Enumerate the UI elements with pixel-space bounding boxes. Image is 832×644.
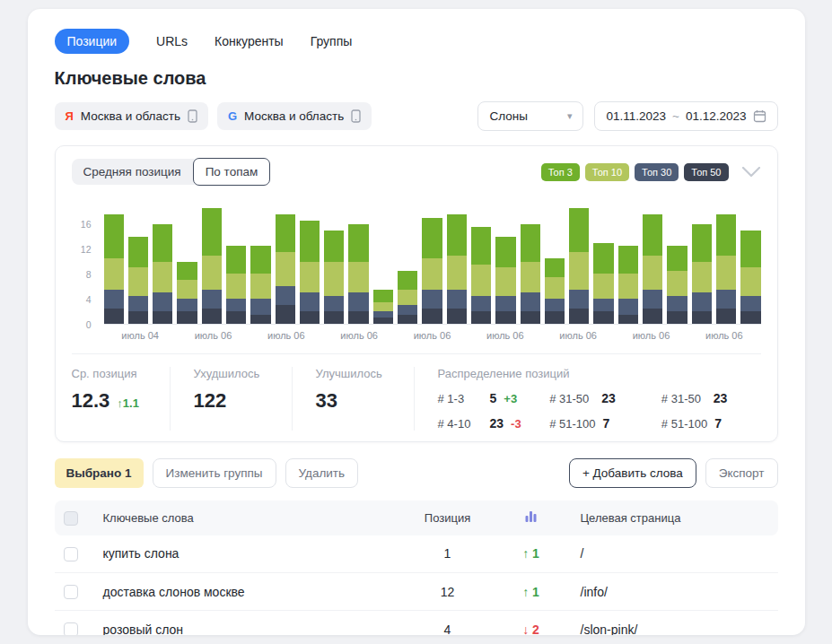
chart-bar[interactable] [324, 199, 344, 324]
date-from: 01.11.2023 [606, 109, 666, 123]
bar-segment [740, 296, 760, 311]
bar-chart-icon[interactable] [491, 500, 572, 535]
worsened-value: 122 [194, 389, 227, 413]
caret-down-icon: ▾ [567, 110, 573, 122]
yandex-region-filter[interactable]: Я Москва и область [55, 102, 208, 130]
target-page-cell[interactable]: / [572, 535, 778, 571]
tab-2[interactable]: Конкуренты [215, 29, 284, 54]
bar-segment [250, 299, 270, 314]
bar-segment [202, 290, 222, 309]
edit-groups-button[interactable]: Изменить группы [153, 458, 276, 488]
bar-segment [177, 311, 197, 324]
tab-1[interactable]: URLs [156, 29, 188, 54]
avg-position-label: Ср. позиция [72, 367, 146, 380]
tab-3[interactable]: Группы [311, 29, 353, 54]
chart-mode-1[interactable]: По топам [193, 158, 271, 186]
stats-row: Ср. позиция 12.3 ↑1.1 Ухудшилось 122 Улу… [72, 353, 761, 431]
export-button[interactable]: Экспорт [705, 458, 778, 488]
bar-segment [495, 296, 515, 311]
keyword-cell[interactable]: розовый слон [94, 612, 405, 635]
bar-segment [569, 309, 589, 324]
target-page-cell[interactable]: /slon-pink/ [572, 612, 778, 635]
col-position[interactable]: Позиция [405, 501, 491, 535]
row-checkbox-cell [55, 573, 94, 610]
chart-bar[interactable] [471, 199, 491, 324]
row-checkbox[interactable] [64, 585, 78, 599]
bar-segment [250, 246, 270, 274]
legend-badge[interactable]: Топ 30 [635, 163, 679, 181]
bar-segment [545, 299, 565, 311]
chart-bar[interactable] [226, 199, 246, 324]
chart-bar[interactable] [177, 199, 197, 324]
row-checkbox[interactable] [64, 547, 78, 561]
bar-segment [643, 309, 662, 324]
target-page-cell[interactable]: /info/ [572, 574, 778, 610]
stacked-bar-chart: 0481216 [72, 199, 761, 325]
chart-bar[interactable] [618, 199, 638, 324]
chart-bar[interactable] [593, 199, 613, 324]
col-target-page[interactable]: Целевая страница [572, 501, 778, 535]
x-tick-label: июль 06 [396, 330, 469, 341]
calendar-icon [753, 109, 766, 123]
bar-segment [128, 311, 148, 324]
keyword-cell[interactable]: купить слона [94, 535, 405, 571]
chart-bar[interactable] [447, 199, 467, 324]
bar-segment [324, 262, 344, 296]
chart-mode-0[interactable]: Средняя позиция [72, 159, 193, 185]
chart-bar[interactable] [495, 199, 515, 324]
bar-segment [276, 214, 295, 252]
bar-segment [348, 224, 368, 262]
chart-bar[interactable] [348, 199, 368, 324]
chart-bar[interactable] [276, 199, 295, 324]
chart-bar[interactable] [398, 199, 417, 324]
chart-bar[interactable] [643, 199, 662, 324]
legend-badge[interactable]: Топ 10 [585, 163, 629, 181]
distribution-title: Распределение позиций [438, 367, 761, 380]
date-separator: ~ [672, 109, 679, 123]
delete-button[interactable]: Удалить [285, 458, 359, 488]
google-region-filter[interactable]: G Москва и область [217, 102, 372, 130]
chart-bar[interactable] [667, 199, 687, 324]
chart-bar[interactable] [740, 199, 760, 324]
chart-bar[interactable] [692, 199, 712, 324]
distribution-label: # 4-10 [438, 417, 483, 431]
bar-segment [348, 262, 368, 293]
bar-segment [447, 256, 467, 290]
chart-bar[interactable] [521, 199, 540, 324]
tab-0[interactable]: Позиции [55, 29, 130, 54]
table-row: купить слона1↑ 1/ [55, 535, 778, 573]
chart-bar[interactable] [422, 199, 442, 324]
distribution-cell: # 4-1023-3 [438, 416, 538, 431]
select-all-checkbox[interactable] [64, 511, 78, 526]
bar-segment [276, 286, 295, 305]
col-keywords[interactable]: Ключевые слова [94, 501, 405, 535]
date-range-picker[interactable]: 01.11.2023 ~ 01.12.2023 [594, 101, 777, 131]
chart-bar[interactable] [153, 199, 172, 324]
bar-segment [104, 214, 124, 258]
row-checkbox-cell [55, 611, 94, 635]
bar-segment [521, 311, 540, 324]
add-words-button[interactable]: + Добавить слова [569, 458, 696, 488]
bar-segment [202, 256, 222, 290]
chart-bar[interactable] [104, 199, 124, 324]
chevron-down-icon[interactable] [741, 167, 761, 178]
bar-segment [373, 290, 393, 302]
chart-bar[interactable] [250, 199, 270, 324]
legend-badge[interactable]: Топ 3 [541, 163, 580, 181]
bar-segment [521, 292, 540, 311]
chart-bar[interactable] [373, 199, 393, 324]
y-tick-label: 0 [86, 319, 92, 330]
x-tick-label: июль 06 [469, 330, 541, 341]
row-checkbox[interactable] [64, 622, 78, 635]
bar-segment [521, 224, 540, 262]
bar-segment [422, 290, 442, 309]
keyword-cell[interactable]: доставка слонов москве [94, 574, 405, 610]
legend-badge[interactable]: Топ 50 [684, 163, 728, 181]
chart-bar[interactable] [569, 199, 589, 324]
chart-bar[interactable] [128, 199, 148, 324]
chart-bar[interactable] [545, 199, 565, 324]
chart-bar[interactable] [300, 199, 320, 324]
project-select[interactable]: Слоны ▾ [477, 101, 583, 131]
chart-bar[interactable] [202, 199, 222, 324]
chart-bar[interactable] [716, 199, 736, 324]
